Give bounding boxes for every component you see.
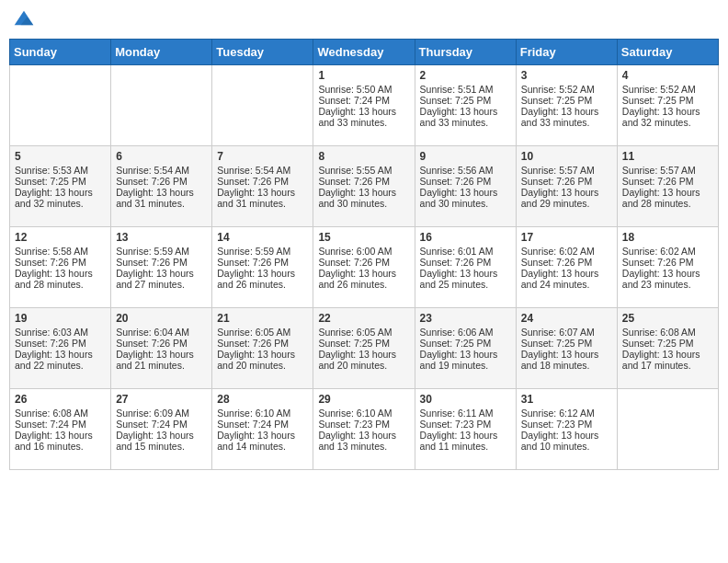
sunrise-text: Sunrise: 5:56 AM <box>420 165 494 176</box>
sunset-text: Sunset: 7:26 PM <box>116 257 188 268</box>
calendar-day-cell: 1Sunrise: 5:50 AMSunset: 7:24 PMDaylight… <box>313 65 415 146</box>
sunset-text: Sunset: 7:24 PM <box>217 419 289 430</box>
calendar-day-cell: 6Sunrise: 5:54 AMSunset: 7:26 PMDaylight… <box>111 146 212 227</box>
daylight-text: Daylight: 13 hours and 26 minutes. <box>318 268 396 290</box>
daylight-text: Daylight: 13 hours and 31 minutes. <box>217 187 295 209</box>
daylight-text: Daylight: 13 hours and 25 minutes. <box>420 268 498 290</box>
sunrise-text: Sunrise: 5:58 AM <box>15 246 88 257</box>
daylight-text: Daylight: 13 hours and 13 minutes. <box>318 430 396 452</box>
daylight-text: Daylight: 13 hours and 22 minutes. <box>15 349 93 371</box>
sunset-text: Sunset: 7:26 PM <box>15 257 86 268</box>
day-number: 5 <box>15 150 106 163</box>
daylight-text: Daylight: 13 hours and 21 minutes. <box>116 349 194 371</box>
sunset-text: Sunset: 7:25 PM <box>420 95 492 106</box>
calendar-day-cell: 7Sunrise: 5:54 AMSunset: 7:26 PMDaylight… <box>212 146 313 227</box>
sunset-text: Sunset: 7:23 PM <box>318 419 390 430</box>
sunset-text: Sunset: 7:26 PM <box>420 176 492 187</box>
day-number: 19 <box>15 312 106 325</box>
sunrise-text: Sunrise: 6:02 AM <box>622 246 696 257</box>
day-number: 10 <box>521 150 612 163</box>
calendar-day-cell: 5Sunrise: 5:53 AMSunset: 7:25 PMDaylight… <box>10 146 111 227</box>
day-number: 26 <box>15 393 106 406</box>
calendar-week-row: 12Sunrise: 5:58 AMSunset: 7:26 PMDayligh… <box>10 227 719 308</box>
calendar-day-cell: 19Sunrise: 6:03 AMSunset: 7:26 PMDayligh… <box>10 308 111 389</box>
calendar-day-cell: 31Sunrise: 6:12 AMSunset: 7:23 PMDayligh… <box>516 389 617 470</box>
day-number: 16 <box>420 231 511 244</box>
calendar-day-cell: 29Sunrise: 6:10 AMSunset: 7:23 PMDayligh… <box>313 389 415 470</box>
calendar-day-cell: 21Sunrise: 6:05 AMSunset: 7:26 PMDayligh… <box>212 308 313 389</box>
sunset-text: Sunset: 7:24 PM <box>116 419 188 430</box>
daylight-text: Daylight: 13 hours and 32 minutes. <box>15 187 93 209</box>
weekday-header-monday: Monday <box>111 40 212 65</box>
day-number: 28 <box>217 393 308 406</box>
sunset-text: Sunset: 7:25 PM <box>318 338 390 349</box>
day-number: 9 <box>420 150 511 163</box>
sunrise-text: Sunrise: 6:00 AM <box>318 246 392 257</box>
day-number: 7 <box>217 150 308 163</box>
calendar-day-cell: 20Sunrise: 6:04 AMSunset: 7:26 PMDayligh… <box>111 308 212 389</box>
sunset-text: Sunset: 7:25 PM <box>521 338 593 349</box>
sunrise-text: Sunrise: 6:01 AM <box>420 246 494 257</box>
day-number: 15 <box>318 231 409 244</box>
weekday-header-row: SundayMondayTuesdayWednesdayThursdayFrid… <box>10 40 719 65</box>
sunrise-text: Sunrise: 5:57 AM <box>622 165 696 176</box>
calendar-day-cell: 15Sunrise: 6:00 AMSunset: 7:26 PMDayligh… <box>313 227 415 308</box>
sunrise-text: Sunrise: 6:07 AM <box>521 327 595 338</box>
daylight-text: Daylight: 13 hours and 23 minutes. <box>622 268 700 290</box>
sunrise-text: Sunrise: 6:11 AM <box>420 408 494 419</box>
calendar-day-cell: 26Sunrise: 6:08 AMSunset: 7:24 PMDayligh… <box>10 389 111 470</box>
day-number: 20 <box>116 312 207 325</box>
calendar-day-cell <box>10 65 111 146</box>
sunset-text: Sunset: 7:23 PM <box>521 419 593 430</box>
daylight-text: Daylight: 13 hours and 28 minutes. <box>15 268 93 290</box>
daylight-text: Daylight: 13 hours and 11 minutes. <box>420 430 498 452</box>
calendar-day-cell: 24Sunrise: 6:07 AMSunset: 7:25 PMDayligh… <box>516 308 617 389</box>
sunset-text: Sunset: 7:25 PM <box>15 176 86 187</box>
day-number: 27 <box>116 393 207 406</box>
daylight-text: Daylight: 13 hours and 20 minutes. <box>318 349 396 371</box>
calendar-week-row: 5Sunrise: 5:53 AMSunset: 7:25 PMDaylight… <box>10 146 719 227</box>
daylight-text: Daylight: 13 hours and 18 minutes. <box>521 349 599 371</box>
sunset-text: Sunset: 7:26 PM <box>15 338 86 349</box>
sunrise-text: Sunrise: 6:08 AM <box>15 408 88 419</box>
day-number: 29 <box>318 393 409 406</box>
sunset-text: Sunset: 7:26 PM <box>318 257 390 268</box>
sunset-text: Sunset: 7:25 PM <box>622 95 694 106</box>
sunrise-text: Sunrise: 5:52 AM <box>521 84 595 95</box>
sunrise-text: Sunrise: 6:10 AM <box>217 408 290 419</box>
daylight-text: Daylight: 13 hours and 17 minutes. <box>622 349 700 371</box>
calendar-table: SundayMondayTuesdayWednesdayThursdayFrid… <box>9 39 719 470</box>
daylight-text: Daylight: 13 hours and 27 minutes. <box>116 268 194 290</box>
daylight-text: Daylight: 13 hours and 29 minutes. <box>521 187 599 209</box>
sunset-text: Sunset: 7:26 PM <box>116 338 188 349</box>
sunrise-text: Sunrise: 5:50 AM <box>318 84 392 95</box>
sunrise-text: Sunrise: 5:54 AM <box>116 165 189 176</box>
daylight-text: Daylight: 13 hours and 33 minutes. <box>521 106 599 128</box>
sunrise-text: Sunrise: 5:55 AM <box>318 165 392 176</box>
calendar-day-cell: 2Sunrise: 5:51 AMSunset: 7:25 PMDaylight… <box>415 65 516 146</box>
sunrise-text: Sunrise: 6:06 AM <box>420 327 494 338</box>
sunrise-text: Sunrise: 5:53 AM <box>15 165 88 176</box>
calendar-day-cell: 8Sunrise: 5:55 AMSunset: 7:26 PMDaylight… <box>313 146 415 227</box>
daylight-text: Daylight: 13 hours and 33 minutes. <box>420 106 498 128</box>
sunset-text: Sunset: 7:26 PM <box>217 338 289 349</box>
sunrise-text: Sunrise: 6:10 AM <box>318 408 392 419</box>
day-number: 1 <box>318 69 409 82</box>
daylight-text: Daylight: 13 hours and 26 minutes. <box>217 268 295 290</box>
calendar-day-cell: 10Sunrise: 5:57 AMSunset: 7:26 PMDayligh… <box>516 146 617 227</box>
calendar-week-row: 26Sunrise: 6:08 AMSunset: 7:24 PMDayligh… <box>10 389 719 470</box>
sunrise-text: Sunrise: 6:05 AM <box>318 327 392 338</box>
calendar-week-row: 19Sunrise: 6:03 AMSunset: 7:26 PMDayligh… <box>10 308 719 389</box>
day-number: 14 <box>217 231 308 244</box>
sunrise-text: Sunrise: 5:52 AM <box>622 84 696 95</box>
sunset-text: Sunset: 7:24 PM <box>15 419 86 430</box>
calendar-day-cell: 17Sunrise: 6:02 AMSunset: 7:26 PMDayligh… <box>516 227 617 308</box>
weekday-header-friday: Friday <box>516 40 617 65</box>
sunrise-text: Sunrise: 5:54 AM <box>217 165 290 176</box>
sunrise-text: Sunrise: 6:08 AM <box>622 327 696 338</box>
calendar-week-row: 1Sunrise: 5:50 AMSunset: 7:24 PMDaylight… <box>10 65 719 146</box>
calendar-day-cell: 11Sunrise: 5:57 AMSunset: 7:26 PMDayligh… <box>617 146 718 227</box>
daylight-text: Daylight: 13 hours and 30 minutes. <box>318 187 396 209</box>
daylight-text: Daylight: 13 hours and 15 minutes. <box>116 430 194 452</box>
day-number: 11 <box>622 150 713 163</box>
